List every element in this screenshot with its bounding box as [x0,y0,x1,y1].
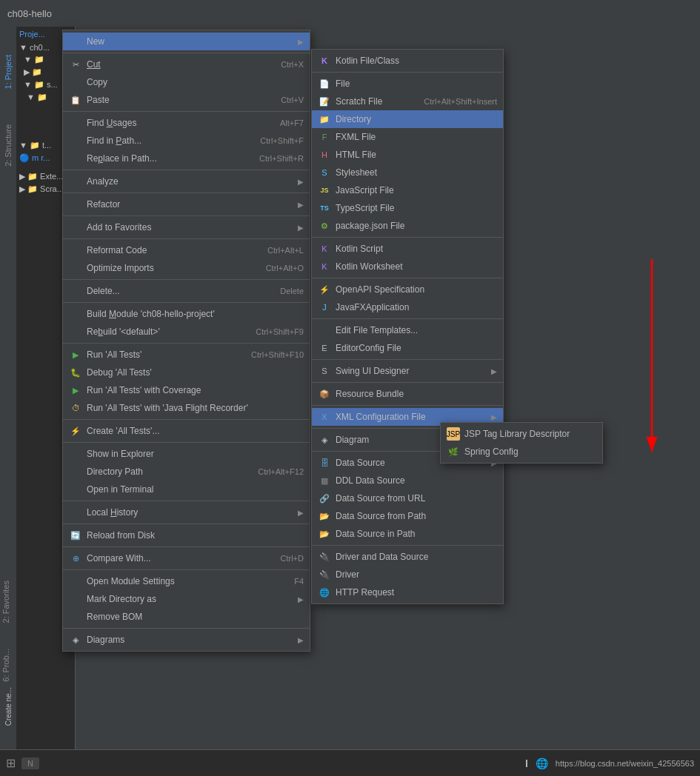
menu-item-analyze[interactable]: Analyze ▶ [63,173,310,190]
menu-item-run-recorder[interactable]: ⏱ Run 'All Tests' with 'Java Flight Reco… [63,399,310,417]
submenu-xml-config: JSP JSP Tag Library Descriptor 🌿 Spring … [440,422,603,464]
menu-item-run-coverage[interactable]: ▶ Run 'All Tests' with Coverage [63,381,310,399]
submenu-javascript[interactable]: JS JavaScript File [312,181,503,199]
intellij-icon[interactable]: I [525,757,528,769]
create-new-button[interactable]: Create ne... [0,687,16,746]
submenu-swing[interactable]: S Swing UI Designer ▶ [312,362,503,380]
windows-icon[interactable]: ⊞ [6,756,16,770]
menu-item-show-explorer[interactable]: Show in Explorer [63,445,310,463]
sep12 [63,501,310,501]
submenu-kotlin-script[interactable]: K Kotlin Script [312,240,503,258]
spring-icon: 🌿 [447,445,460,458]
problems-label-container: 6: Prob... [0,646,16,687]
menu-item-refactor[interactable]: Refactor ▶ [63,195,310,213]
submenu-stylesheet[interactable]: S Stylesheet [312,164,503,181]
swing-icon: S [318,364,331,378]
menu-item-open-terminal[interactable]: Open in Terminal [63,481,310,498]
submenu-directory[interactable]: 📁 Directory [312,110,503,128]
menu-item-build-module[interactable]: Build Module 'ch08-hello-project' [63,305,310,323]
menu-item-diagrams[interactable]: ◈ Diagrams ▶ [63,631,310,649]
submenu-sep10 [312,545,503,546]
menu-item-compare[interactable]: ⊕ Compare With... Ctrl+D [63,549,310,567]
run-icon: ▶ [69,348,82,361]
submenu-file[interactable]: 📄 File [312,75,503,93]
problems-label[interactable]: 6: Prob... [0,646,12,685]
build-icon [69,307,82,321]
title-text: ch08-hello [7,8,52,19]
menu-item-copy[interactable]: Copy [63,73,310,91]
submenu-openapi[interactable]: ⚡ OpenAPI Specification [312,281,503,298]
sep2 [63,111,310,112]
findpath-icon [69,134,82,147]
kscript-icon: K [318,242,331,255]
submenu-scratch-file[interactable]: 📝 Scratch File Ctrl+Alt+Shift+Insert [312,93,503,110]
menu-item-rebuild[interactable]: Rebuild '<default>' Ctrl+Shift+F9 [63,323,310,341]
menu-item-reload[interactable]: 🔄 Reload from Disk [63,526,310,544]
menu-item-module-settings[interactable]: Open Module Settings F4 [63,572,310,590]
submenu-datasource-path[interactable]: 📂 Data Source from Path [312,507,503,525]
menu-item-dir-path[interactable]: Directory Path Ctrl+Alt+F12 [63,463,310,481]
menu-item-paste[interactable]: 📋 Paste Ctrl+V [63,91,310,109]
submenu-datasource-inpath[interactable]: 📂 Data Source in Path [312,525,503,543]
file-icon: 📄 [318,77,331,90]
favorites-label[interactable]: 2: Favorites [0,578,12,626]
submenu-jsp-tag[interactable]: JSP JSP Tag Library Descriptor [441,425,602,443]
submenu-fxml[interactable]: F FXML File [312,128,503,146]
html-icon: H [318,148,331,161]
menu-item-cut[interactable]: ✂ Cut Ctrl+X [63,56,310,73]
menu-item-find-in-path[interactable]: Find in Path... Ctrl+Shift+F [63,132,310,150]
submenu-ddl[interactable]: ▦ DDL Data Source [312,472,503,489]
menu-item-reformat[interactable]: Reformat Code Ctrl+Alt+L [63,241,310,259]
menu-item-find-usages[interactable]: Find Usages Alt+F7 [63,114,310,132]
submenu-spring-config[interactable]: 🌿 Spring Config [441,443,602,461]
submenu-javafx[interactable]: J JavaFXApplication [312,298,503,316]
submenu-datasource-url[interactable]: 🔗 Data Source from URL [312,489,503,507]
submenu-driver[interactable]: 🔌 Driver [312,566,503,583]
recorder-icon: ⏱ [69,401,82,415]
menu-item-mark-dir[interactable]: Mark Directory as ▶ [63,590,310,608]
submenu-typescript[interactable]: TS TypeScript File [312,199,503,217]
menu-item-replace-in-path[interactable]: Replace in Path... Ctrl+Shift+R [63,150,310,167]
sidebar-project-label[interactable]: 1: Project [2,52,14,92]
taskbar: ⊞ N I 🌐 https://blog.csdn.net/weixin_425… [0,749,700,776]
submenu-resource-bundle[interactable]: 📦 Resource Bundle [312,385,503,403]
markdir-icon [69,592,82,606]
find-icon [69,116,82,130]
openapi-icon: ⚡ [318,283,331,296]
inpath-icon: 📂 [318,527,331,541]
submenu-sep7 [312,405,503,406]
menu-item-run-tests[interactable]: ▶ Run 'All Tests' Ctrl+Shift+F10 [63,346,310,364]
submenu-editorconfig[interactable]: E EditorConfig File [312,339,503,357]
sep1 [63,53,310,53]
submenu-packagejson[interactable]: ⚙ package.json File [312,217,503,235]
menu-item-remove-bom[interactable]: Remove BOM [63,608,310,626]
sep7 [63,279,310,280]
menu-item-optimize[interactable]: Optimize Imports Ctrl+Alt+O [63,259,310,277]
submenu-http[interactable]: 🌐 HTTP Request [312,583,503,601]
menu-item-create-tests[interactable]: ⚡ Create 'All Tests'... [63,422,310,440]
menu-item-favorites[interactable]: Add to Favorites ▶ [63,218,310,236]
chrome-icon[interactable]: 🌐 [536,757,548,769]
submenu-kotlin-file[interactable]: K Kotlin File/Class [312,52,503,70]
sidebar-structure-label[interactable]: 2: Structure [2,121,14,170]
sep5 [63,215,310,216]
submenu-html[interactable]: H HTML File [312,146,503,164]
settings-icon [69,575,82,588]
sep6 [63,238,310,239]
fxml-icon: F [318,130,331,144]
reformat-icon [69,244,82,257]
submenu-kotlin-worksheet[interactable]: K Kotlin Worksheet [312,258,503,275]
search-button[interactable]: N [21,757,39,769]
menu-item-local-history[interactable]: Local History ▶ [63,504,310,521]
javafx-icon: J [318,301,331,314]
submenu-driver-datasource[interactable]: 🔌 Driver and Data Source [312,548,503,566]
menu-item-new[interactable]: New ▶ K Kotlin File/Class 📄 File 📝 Scrat… [63,33,310,50]
swing-arrow: ▶ [491,367,497,375]
menu-item-delete[interactable]: Delete... Delete [63,282,310,300]
submenu-edit-templates[interactable]: Edit File Templates... [312,321,503,339]
history-icon [69,506,82,519]
debug-icon: 🐛 [69,366,82,379]
dirpath-icon [69,465,82,478]
diagram-icon: ◈ [318,433,331,446]
menu-item-debug-tests[interactable]: 🐛 Debug 'All Tests' [63,364,310,381]
